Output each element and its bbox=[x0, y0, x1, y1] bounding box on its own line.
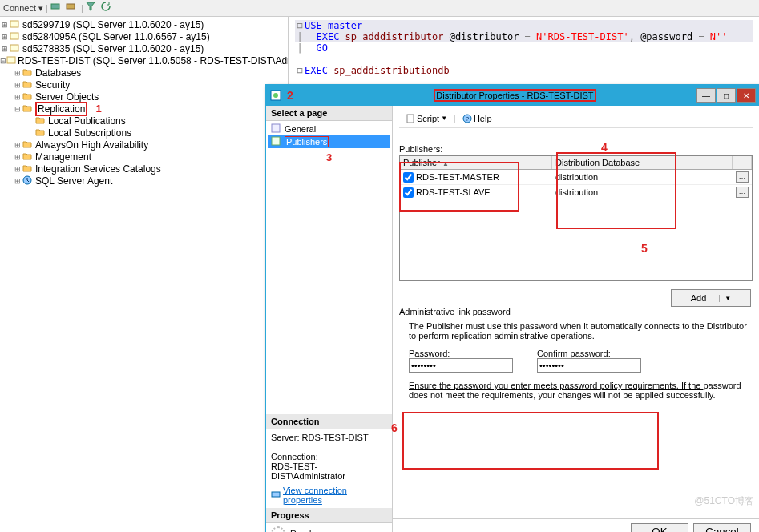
server-icon bbox=[6, 55, 16, 66]
annotation-box-6 bbox=[402, 412, 659, 470]
tree-label: sd5278835 (SQL Server 11.0.6020 - ay15) bbox=[22, 43, 204, 54]
tree-node[interactable]: ⊞sd5299719 (SQL Server 11.0.6020 - ay15) bbox=[0, 18, 288, 30]
svg-rect-15 bbox=[272, 492, 280, 497]
close-button[interactable]: ✕ bbox=[737, 88, 756, 103]
tree-node[interactable]: Local Publications bbox=[0, 115, 288, 127]
ok-button[interactable]: OK bbox=[631, 523, 688, 533]
publisher-row[interactable]: RDS-TEST-SLAVEdistribution… bbox=[400, 185, 752, 200]
distribution-db: distribution bbox=[552, 185, 733, 200]
minimize-button[interactable]: — bbox=[696, 88, 716, 103]
tree-label: Local Publications bbox=[48, 115, 126, 127]
expand-icon[interactable]: ⊞ bbox=[13, 165, 22, 173]
object-explorer-tree[interactable]: ⊞sd5299719 (SQL Server 11.0.6020 - ay15)… bbox=[0, 17, 289, 532]
cancel-button[interactable]: Cancel bbox=[693, 523, 751, 533]
password-label: Password: bbox=[409, 349, 513, 358]
expand-icon[interactable]: ⊟ bbox=[13, 105, 22, 113]
svg-rect-5 bbox=[11, 34, 14, 34]
confirm-password-input[interactable] bbox=[537, 358, 641, 373]
disconnect-icon[interactable] bbox=[66, 2, 79, 14]
connect-menu[interactable]: Connect ▾ bbox=[3, 3, 43, 14]
maximize-button[interactable]: □ bbox=[717, 88, 736, 103]
svg-rect-1 bbox=[67, 4, 75, 9]
tree-node[interactable]: ⊞SQL Server Agent bbox=[0, 175, 288, 187]
folder-icon bbox=[35, 127, 46, 139]
publisher-name: RDS-TEST-SLAVE bbox=[416, 187, 491, 197]
expand-icon[interactable]: ⊞ bbox=[13, 177, 22, 185]
tree-label: Databases bbox=[35, 67, 81, 79]
distributor-properties-dialog: 2 Distributor Properties - RDS-TEST-DIST… bbox=[265, 84, 759, 532]
tree-node[interactable]: ⊞sd5284095A (SQL Server 11.0.6567 - ay15… bbox=[0, 30, 288, 42]
expand-icon[interactable]: ⊞ bbox=[13, 141, 22, 149]
publisher-checkbox[interactable] bbox=[403, 172, 414, 183]
distribution-db: distribution bbox=[552, 170, 733, 184]
dialog-icon bbox=[269, 89, 282, 102]
expand-icon[interactable]: ⊞ bbox=[13, 93, 22, 101]
view-connection-properties-link[interactable]: View connection properties bbox=[283, 486, 387, 505]
tree-node[interactable]: ⊞Security bbox=[0, 79, 288, 91]
svg-rect-3 bbox=[11, 22, 14, 22]
ellipsis-button[interactable]: … bbox=[736, 187, 749, 198]
col-distribution-db[interactable]: Distribution Database bbox=[552, 156, 733, 169]
tree-node[interactable]: ⊟RDS-TEST-DIST (SQL Server 11.0.5058 - R… bbox=[0, 54, 288, 66]
expand-icon[interactable]: ⊞ bbox=[0, 21, 10, 29]
expand-icon[interactable]: ⊟ bbox=[0, 57, 6, 65]
admin-link-description: The Publisher must use this password whe… bbox=[409, 321, 753, 341]
svg-rect-7 bbox=[11, 46, 14, 46]
tree-node[interactable]: ⊞sd5278835 (SQL Server 11.0.6020 - ay15) bbox=[0, 42, 288, 54]
help-button[interactable]: ?Help bbox=[459, 113, 495, 124]
script-button[interactable]: Script ▼ bbox=[402, 113, 450, 124]
tree-node[interactable]: ⊞Management bbox=[0, 151, 288, 163]
page-icon bbox=[271, 136, 282, 147]
connection-value: RDS-TEST-DIST\Administrator bbox=[271, 461, 387, 481]
password-note: Ensure the password you enter meets pass… bbox=[409, 381, 753, 400]
tree-label: Integration Services Catalogs bbox=[35, 163, 161, 175]
filter-icon[interactable] bbox=[86, 2, 99, 14]
sql-editor[interactable]: ⊟USE master | EXEC sp_adddistributor @di… bbox=[289, 17, 759, 79]
page-general[interactable]: General bbox=[268, 123, 390, 135]
tree-node[interactable]: ⊞AlwaysOn High Availability bbox=[0, 139, 288, 151]
progress-header: Progress bbox=[266, 508, 392, 523]
col-publisher[interactable]: Publisher ▲ bbox=[400, 156, 552, 169]
expand-icon[interactable]: ⊞ bbox=[13, 153, 22, 161]
tree-node[interactable]: ⊞Integration Services Catalogs bbox=[0, 163, 288, 175]
server-label: Server: RDS-TEST-DIST bbox=[271, 433, 387, 442]
publisher-row[interactable]: RDS-TEST-MASTERdistribution… bbox=[400, 170, 752, 185]
connection-label: Connection: bbox=[271, 452, 387, 461]
tree-label: Local Subscriptions bbox=[48, 127, 131, 139]
server-icon bbox=[10, 19, 21, 30]
dialog-titlebar[interactable]: 2 Distributor Properties - RDS-TEST-DIST… bbox=[266, 85, 759, 106]
connect-icon[interactable] bbox=[50, 2, 63, 14]
tree-node[interactable]: ⊟Replication 1 bbox=[0, 103, 288, 115]
tree-node[interactable]: ⊞Databases bbox=[0, 66, 288, 79]
expand-icon[interactable]: ⊞ bbox=[13, 69, 22, 77]
ellipsis-button[interactable]: … bbox=[736, 171, 749, 183]
svg-rect-0 bbox=[51, 4, 59, 9]
folder-icon bbox=[22, 79, 34, 91]
svg-text:?: ? bbox=[466, 115, 470, 123]
tree-label: sd5299719 (SQL Server 11.0.6020 - ay15) bbox=[22, 19, 204, 30]
server-icon bbox=[10, 31, 21, 42]
tree-label: RDS-TEST-DIST (SQL Server 11.0.5058 - RD… bbox=[18, 55, 289, 66]
expand-icon[interactable]: ⊞ bbox=[0, 33, 10, 41]
svg-rect-16 bbox=[407, 115, 414, 123]
expand-icon[interactable]: ⊞ bbox=[13, 81, 22, 89]
password-input[interactable] bbox=[409, 358, 513, 373]
publisher-checkbox[interactable] bbox=[403, 187, 414, 198]
expand-icon[interactable]: ⊞ bbox=[0, 45, 10, 53]
folder-icon bbox=[22, 163, 34, 175]
progress-status: Ready bbox=[290, 529, 316, 532]
add-button[interactable]: Add▼ bbox=[671, 289, 751, 307]
connection-header: Connection bbox=[266, 414, 392, 429]
publishers-grid[interactable]: Publisher ▲ Distribution Database RDS-TE… bbox=[399, 155, 753, 281]
refresh-icon[interactable] bbox=[101, 2, 114, 14]
annotation-6: 6 bbox=[391, 421, 398, 434]
tree-node[interactable]: Local Subscriptions bbox=[0, 127, 288, 139]
tree-label: Server Objects bbox=[35, 91, 99, 103]
server-icon bbox=[10, 43, 21, 54]
tree-label: Management bbox=[35, 151, 91, 163]
svg-rect-14 bbox=[272, 137, 280, 145]
svg-rect-9 bbox=[8, 58, 10, 58]
svg-rect-13 bbox=[272, 124, 280, 132]
object-explorer-toolbar: Connect ▾ | | bbox=[0, 0, 759, 17]
page-publishers[interactable]: Publishers bbox=[268, 135, 390, 148]
